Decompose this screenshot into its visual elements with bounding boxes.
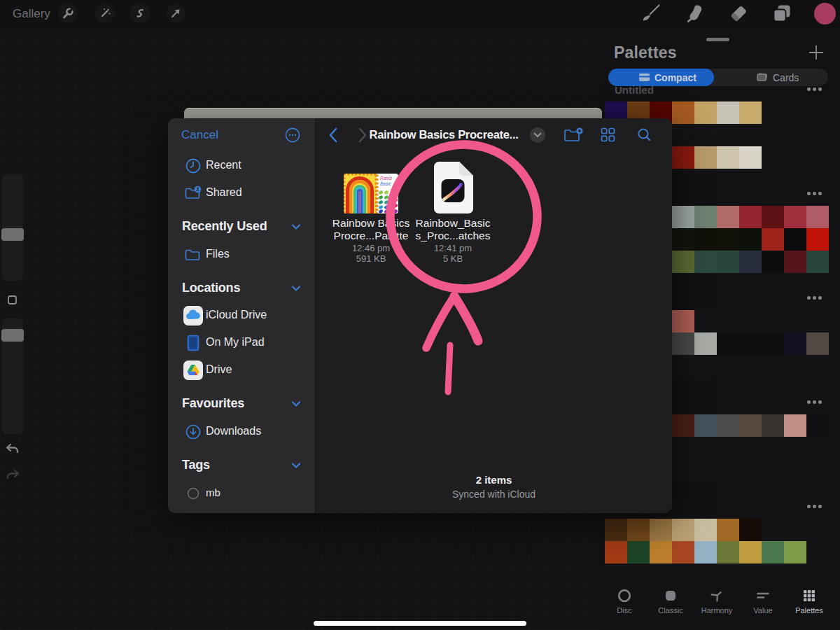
- svg-text:Basic: Basic: [380, 181, 392, 186]
- svg-text:Rainb: Rainb: [380, 176, 392, 181]
